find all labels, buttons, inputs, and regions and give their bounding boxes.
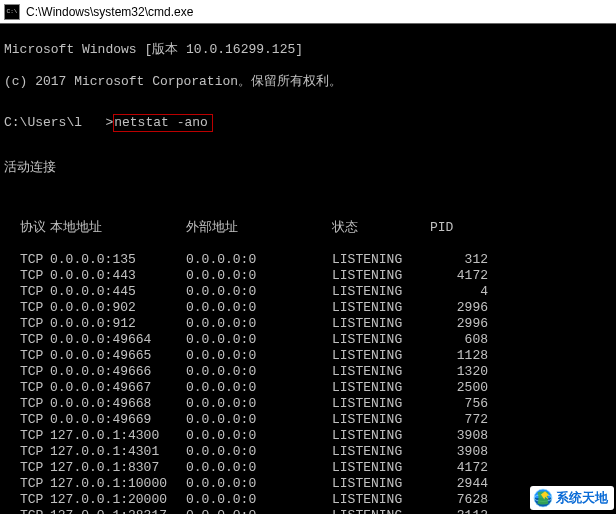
cell-pid: 2996 (442, 316, 488, 332)
banner-line-1: Microsoft Windows [版本 10.0.16299.125] (4, 42, 612, 58)
cell-foreign: 0.0.0.0:0 (186, 316, 332, 332)
table-row: TCP0.0.0.0:4450.0.0.0:0LISTENING4 (4, 284, 612, 300)
cell-foreign: 0.0.0.0:0 (186, 428, 332, 444)
command-text: netstat -ano (114, 115, 208, 130)
cell-foreign: 0.0.0.0:0 (186, 268, 332, 284)
table-row: TCP0.0.0.0:9020.0.0.0:0LISTENING2996 (4, 300, 612, 316)
cell-pid: 312 (442, 252, 488, 268)
cell-pid: 2500 (442, 380, 488, 396)
cell-local: 0.0.0.0:902 (50, 300, 186, 316)
cell-pid: 3908 (442, 444, 488, 460)
header-foreign: 外部地址 (186, 220, 332, 236)
cell-state: LISTENING (332, 428, 442, 444)
cell-proto: TCP (4, 460, 50, 476)
cell-foreign: 0.0.0.0:0 (186, 252, 332, 268)
globe-icon (532, 487, 554, 509)
cell-foreign: 0.0.0.0:0 (186, 492, 332, 508)
cell-proto: TCP (4, 428, 50, 444)
cell-proto: TCP (4, 380, 50, 396)
cell-state: LISTENING (332, 268, 442, 284)
table-row: TCP0.0.0.0:9120.0.0.0:0LISTENING2996 (4, 316, 612, 332)
cell-pid: 7628 (442, 492, 488, 508)
cell-state: LISTENING (332, 252, 442, 268)
cell-proto: TCP (4, 508, 50, 514)
section-title: 活动连接 (4, 160, 612, 176)
table-row: TCP0.0.0.0:496670.0.0.0:0LISTENING2500 (4, 380, 612, 396)
cell-proto: TCP (4, 316, 50, 332)
table-row: TCP127.0.0.1:83070.0.0.0:0LISTENING4172 (4, 460, 612, 476)
cell-local: 0.0.0.0:49668 (50, 396, 186, 412)
watermark: 系统天地 (530, 486, 614, 510)
cell-pid: 3112 (442, 508, 488, 514)
table-row: TCP0.0.0.0:496640.0.0.0:0LISTENING608 (4, 332, 612, 348)
table-row: TCP127.0.0.1:43000.0.0.0:0LISTENING3908 (4, 428, 612, 444)
cell-pid: 4 (442, 284, 488, 300)
table-row: TCP127.0.0.1:43010.0.0.0:0LISTENING3908 (4, 444, 612, 460)
cell-proto: TCP (4, 412, 50, 428)
cell-proto: TCP (4, 348, 50, 364)
header-pid: PID (430, 220, 502, 236)
cell-proto: TCP (4, 396, 50, 412)
cell-proto: TCP (4, 476, 50, 492)
cell-foreign: 0.0.0.0:0 (186, 284, 332, 300)
header-local: 本地地址 (50, 220, 186, 236)
cell-state: LISTENING (332, 460, 442, 476)
watermark-text: 系统天地 (556, 490, 608, 506)
table-row: TCP0.0.0.0:496660.0.0.0:0LISTENING1320 (4, 364, 612, 380)
header-state: 状态 (332, 220, 430, 236)
cell-foreign: 0.0.0.0:0 (186, 332, 332, 348)
window-title: C:\Windows\system32\cmd.exe (26, 4, 193, 20)
cell-state: LISTENING (332, 476, 442, 492)
cell-state: LISTENING (332, 396, 442, 412)
table-row: TCP127.0.0.1:100000.0.0.0:0LISTENING2944 (4, 476, 612, 492)
cell-local: 0.0.0.0:49666 (50, 364, 186, 380)
prompt-line: C:\Users\l >netstat -ano (4, 114, 612, 132)
cell-local: 0.0.0.0:49664 (50, 332, 186, 348)
table-row: TCP0.0.0.0:1350.0.0.0:0LISTENING312 (4, 252, 612, 268)
cell-pid: 1320 (442, 364, 488, 380)
cell-foreign: 0.0.0.0:0 (186, 396, 332, 412)
cell-state: LISTENING (332, 348, 442, 364)
cell-proto: TCP (4, 444, 50, 460)
cell-state: LISTENING (332, 364, 442, 380)
cmd-icon (4, 4, 20, 20)
cell-proto: TCP (4, 300, 50, 316)
cell-foreign: 0.0.0.0:0 (186, 380, 332, 396)
prompt-path: C:\Users\l > (4, 115, 113, 130)
cell-local: 0.0.0.0:445 (50, 284, 186, 300)
terminal-output[interactable]: Microsoft Windows [版本 10.0.16299.125] (c… (0, 24, 616, 514)
table-row: TCP0.0.0.0:496650.0.0.0:0LISTENING1128 (4, 348, 612, 364)
cell-local: 127.0.0.1:28317 (50, 508, 186, 514)
cell-local: 0.0.0.0:135 (50, 252, 186, 268)
cell-foreign: 0.0.0.0:0 (186, 348, 332, 364)
cell-local: 0.0.0.0:49665 (50, 348, 186, 364)
cell-foreign: 0.0.0.0:0 (186, 476, 332, 492)
cell-proto: TCP (4, 284, 50, 300)
cell-local: 127.0.0.1:20000 (50, 492, 186, 508)
cell-local: 0.0.0.0:912 (50, 316, 186, 332)
cell-foreign: 0.0.0.0:0 (186, 300, 332, 316)
command-highlight: netstat -ano (113, 114, 213, 132)
cell-proto: TCP (4, 492, 50, 508)
cell-pid: 3908 (442, 428, 488, 444)
cell-proto: TCP (4, 252, 50, 268)
table-row: TCP0.0.0.0:496690.0.0.0:0LISTENING772 (4, 412, 612, 428)
table-row: TCP0.0.0.0:496680.0.0.0:0LISTENING756 (4, 396, 612, 412)
cell-proto: TCP (4, 364, 50, 380)
cell-state: LISTENING (332, 380, 442, 396)
header-proto: 协议 (4, 220, 50, 236)
cell-local: 0.0.0.0:49669 (50, 412, 186, 428)
cell-pid: 608 (442, 332, 488, 348)
cell-state: LISTENING (332, 492, 442, 508)
cell-proto: TCP (4, 332, 50, 348)
cell-foreign: 0.0.0.0:0 (186, 412, 332, 428)
cell-state: LISTENING (332, 412, 442, 428)
cell-local: 127.0.0.1:4300 (50, 428, 186, 444)
cell-state: LISTENING (332, 444, 442, 460)
titlebar[interactable]: C:\Windows\system32\cmd.exe (0, 0, 616, 24)
banner-line-2: (c) 2017 Microsoft Corporation。保留所有权利。 (4, 74, 612, 90)
table-header: 协议 本地地址 外部地址 状态 PID (4, 220, 612, 236)
cell-proto: TCP (4, 268, 50, 284)
cell-foreign: 0.0.0.0:0 (186, 508, 332, 514)
cell-pid: 4172 (442, 268, 488, 284)
